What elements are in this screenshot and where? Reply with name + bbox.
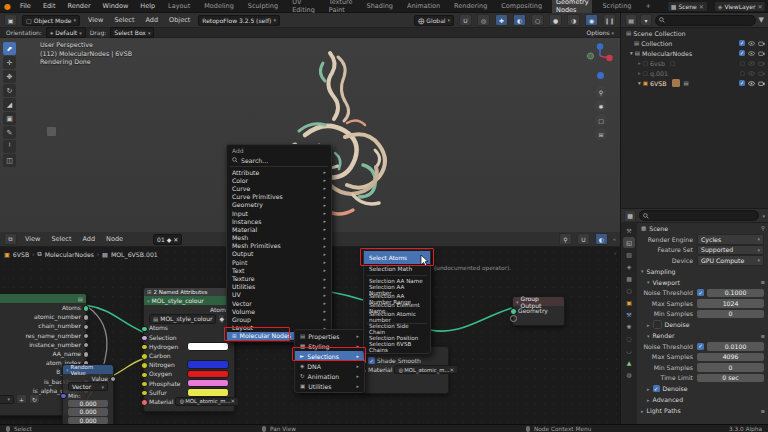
add-menu-item-material[interactable]: Material▸ — [227, 225, 331, 233]
submenu-item-utilities[interactable]: ▣Utilities▸ — [295, 381, 364, 391]
advanced-section[interactable]: ▸Advanced — [637, 394, 768, 405]
shading-solid-icon[interactable]: ● — [549, 14, 562, 26]
ne-menu-add[interactable]: Add — [80, 234, 99, 244]
hydrogen-color-swatch[interactable] — [187, 342, 229, 351]
shading-wireframe-icon[interactable]: ○ — [531, 14, 544, 26]
shading-rendered-icon[interactable]: ◉ — [585, 14, 598, 26]
menu-edit[interactable]: Edit — [40, 1, 59, 11]
outliner-row-collection[interactable]: ▤ Collection ✓ — [621, 38, 768, 48]
expand-caret-icon[interactable]: ▸ — [638, 60, 641, 66]
tab-scene[interactable]: ▩ — [623, 273, 635, 284]
add-menu-item-utilities[interactable]: Utilities▸ — [227, 283, 331, 291]
ortho-grid-icon[interactable]: ⊞ — [595, 128, 607, 140]
outliner-row-6vsb-data[interactable]: ▸ ▢ 6vsb ▢ ▢ — [621, 58, 768, 68]
render-max-samples-field[interactable]: 4096 — [697, 353, 764, 362]
add-menu-item-volume[interactable]: Volume▸ — [227, 307, 331, 315]
camera-view-icon[interactable]: ▢ — [595, 114, 607, 126]
render-min-samples-field[interactable]: 0 — [697, 363, 764, 372]
denoise-checkbox[interactable]: ✓ — [653, 385, 660, 392]
socket-value-out[interactable]: Value — [63, 374, 113, 382]
node-selector-field[interactable]: ▤▾ — [0, 395, 14, 405]
phosphate-color-swatch[interactable] — [187, 379, 229, 388]
outliner-row-molecularnodes[interactable]: ▾ ▤ MolecularNodes ✓ — [621, 48, 768, 58]
menu-window[interactable]: Window — [100, 1, 132, 11]
tab-render[interactable]: ◱ — [623, 237, 635, 248]
shade-smooth-checkbox[interactable]: ✓ — [368, 357, 375, 364]
add-menu-item-mesh-primitives[interactable]: Mesh Primitives▸ — [227, 242, 331, 250]
render-camera-icon[interactable] — [758, 61, 765, 66]
unlink-icon[interactable]: ✕ — [699, 3, 704, 10]
selectable-icon[interactable]: ▢ — [740, 60, 745, 66]
hide-eye-icon[interactable] — [748, 41, 755, 46]
workspace-tab-scripting[interactable]: Scripting — [598, 1, 635, 11]
tab-physics[interactable]: ◌ — [623, 333, 635, 344]
add-menu-item-curve[interactable]: Curve▸ — [227, 184, 331, 192]
snap-magnet-icon[interactable]: U — [459, 14, 472, 26]
pause-render-icon[interactable]: ❙❙ — [603, 14, 616, 26]
input-material[interactable]: Material◍MOL_atomic_m...✕ — [144, 397, 234, 406]
ne-menu-node[interactable]: Node — [103, 234, 126, 244]
tab-tool[interactable]: ⚒ — [623, 225, 635, 236]
vp-menu-view[interactable]: View — [85, 15, 106, 25]
vp-menu-select[interactable]: Select — [111, 15, 137, 25]
node-mol-style-colour[interactable]: ⊞ 2 Named Attributes ▾ MOL_style_colour … — [143, 287, 235, 412]
workspace-tab-shading[interactable]: Shading — [363, 1, 397, 11]
workspace-tab-animation[interactable]: Animation — [403, 1, 444, 11]
socket-aa-name[interactable]: AA_name — [0, 349, 86, 358]
socket-geometry-in[interactable]: Geometry — [513, 306, 564, 315]
filter-funnel-icon[interactable]: ▼ — [759, 16, 764, 24]
new-icon[interactable]: + — [16, 394, 27, 404]
hide-eye-icon[interactable] — [748, 71, 755, 76]
viewlayer-selector[interactable]: ◈ ViewLayer ✕ — [714, 1, 767, 12]
viewport-max-samples-field[interactable]: 1024 — [697, 299, 764, 308]
tool-measure-icon[interactable]: ╵ — [3, 140, 16, 153]
tool-annotate-icon[interactable]: ✎ — [3, 126, 16, 139]
outliner-row-q001[interactable]: ▸ ▢ q.001 ▢ — [621, 68, 768, 78]
snapping-icon[interactable]: U — [577, 233, 590, 245]
random-value-type-dropdown[interactable]: Vector▾ — [68, 382, 108, 392]
clear-icon[interactable]: ✕ — [450, 367, 455, 373]
viewport-min-samples-field[interactable]: 0 — [697, 310, 764, 319]
sulfur-color-swatch[interactable] — [187, 388, 229, 397]
hide-eye-icon[interactable] — [748, 81, 755, 86]
options-dropdown[interactable]: Options ▾ — [586, 29, 614, 36]
input-hydrogen[interactable]: Hydrogen — [144, 342, 234, 351]
add-menu-item-uv[interactable]: UV▸ — [227, 291, 331, 299]
expand-caret-icon[interactable]: ▸ — [638, 70, 641, 76]
menu-item-selection-side-chain[interactable]: Selection Side Chain — [364, 325, 430, 334]
socket-chain-number[interactable]: chain_number — [0, 321, 86, 330]
exclude-checkbox[interactable]: ✓ — [739, 50, 745, 56]
submenu-item-animation[interactable]: ↻Animation▸ — [295, 371, 364, 381]
add-menu-item-output[interactable]: Output▸ — [227, 250, 331, 258]
add-menu-item-mesh[interactable]: Mesh▸ — [227, 234, 331, 242]
properties-search-input[interactable] — [639, 210, 759, 221]
nitrogen-color-swatch[interactable] — [187, 360, 229, 369]
vp-menu-add[interactable]: Add — [142, 15, 161, 25]
selectable-checkbox[interactable]: ✓ — [739, 80, 745, 86]
light-paths-section[interactable]: ▸Light Paths ≡ — [637, 405, 768, 416]
nodegroup-selector[interactable]: ▤MOL_style_colour — [149, 314, 216, 324]
feature-set-dropdown[interactable]: Supported▾ — [697, 245, 764, 256]
tab-material[interactable]: ◍ — [623, 369, 635, 380]
workspace-tab-sculpting[interactable]: Sculpting — [244, 1, 282, 11]
add-menu-item-color[interactable]: Color▸ — [227, 176, 331, 184]
sampling-section[interactable]: ▾Sampling — [637, 266, 768, 277]
mode-selector[interactable]: ▢ Object Mode▾ — [22, 15, 80, 26]
workspace-tab-compositing[interactable]: Compositing — [497, 1, 546, 11]
tab-particles[interactable]: ✺ — [623, 321, 635, 332]
gizmo-toggle-icon[interactable]: ✚ — [495, 14, 508, 26]
render-camera-icon[interactable] — [758, 71, 765, 76]
socket-atoms-output[interactable]: Atoms — [144, 305, 234, 314]
clear-icon[interactable]: ✕ — [231, 398, 236, 404]
render-noise-threshold-field[interactable]: 0.0100 — [707, 342, 764, 351]
blender-logo-icon[interactable]: ● — [4, 2, 11, 11]
outliner-search-input[interactable] — [655, 15, 756, 26]
menu-item-selection-atomic-number[interactable]: Selection Atomic number — [364, 313, 430, 322]
time-limit-field[interactable]: 0 sec — [697, 374, 764, 383]
ne-menu-select[interactable]: Select — [48, 234, 74, 244]
sidebar-toggle-icon[interactable]: ‹ — [614, 250, 616, 256]
overlays-icon[interactable]: ◐ — [595, 233, 608, 245]
outliner-row-scene-collection[interactable]: ▤ Scene Collection — [621, 28, 768, 38]
presets-icon[interactable]: ≡ — [760, 279, 768, 285]
workspace-tab-rendering[interactable]: Rendering — [450, 1, 491, 11]
